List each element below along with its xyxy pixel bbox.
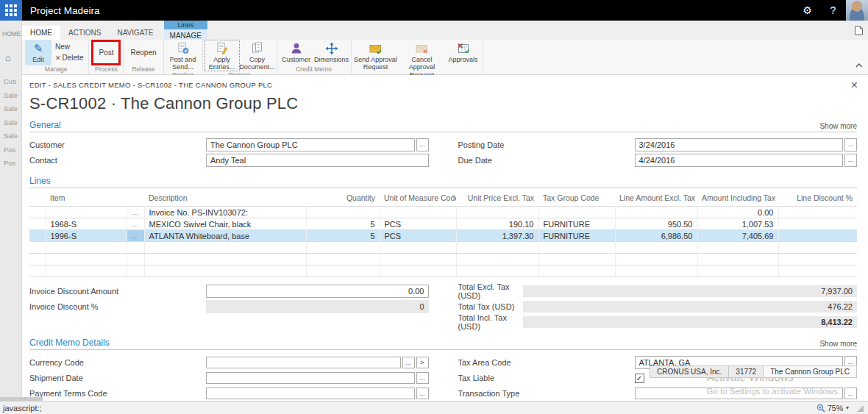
contact-field[interactable]: Andy Teal: [206, 154, 429, 167]
breadcrumb: EDIT - SALES CREDIT MEMO - S-CR1002 - TH…: [29, 81, 857, 89]
due-date-picker-button[interactable]: ...: [844, 154, 857, 167]
row-assist-button[interactable]: ...: [127, 218, 144, 230]
copy-document-icon: [251, 41, 264, 55]
table-row-empty[interactable]: [29, 242, 857, 254]
document-card: EDIT - SALES CREDIT MEMO - S-CR1002 - TH…: [22, 75, 868, 401]
ribbon-group-posting: Post and Send... Posting: [164, 40, 203, 74]
browser-status-bar: javascript:; 75% ▾: [0, 401, 868, 414]
sidebar-item-customers[interactable]: Cus: [0, 75, 21, 89]
customer-button[interactable]: Customer: [279, 40, 314, 65]
sidebar-item-sales-3[interactable]: Sale: [0, 116, 21, 130]
table-row[interactable]: ... Invoice No. PS-INV103072: 0.00: [29, 207, 857, 218]
posting-date-field[interactable]: 3/24/2016: [635, 138, 844, 151]
contextual-tab-lines-manage[interactable]: Lines MANAGE: [164, 21, 207, 40]
company-indicator[interactable]: CRONUS USA, Inc.: [650, 365, 729, 378]
payment-terms-field[interactable]: [206, 388, 415, 399]
group-label-process: Process: [90, 65, 121, 74]
nav-pane-home-tab[interactable]: HOME: [0, 21, 21, 38]
currency-code-lookup-button[interactable]: ...: [402, 357, 415, 368]
currency-code-label: Currency Code: [29, 358, 206, 367]
total-incl-tax-value: 8,413.22: [523, 316, 858, 328]
status-link-text: javascript:;: [3, 404, 42, 413]
notes-page-icon[interactable]: [854, 25, 864, 38]
posting-date-picker-button[interactable]: ...: [844, 138, 857, 151]
collapse-ribbon-chevron-icon[interactable]: [855, 58, 864, 71]
contact-number-indicator[interactable]: 31772: [728, 365, 764, 378]
sidebar-item-sales-1[interactable]: Sale: [0, 89, 21, 103]
new-button[interactable]: New: [55, 41, 83, 52]
row-assist-button[interactable]: ...: [127, 207, 144, 218]
payment-terms-label: Payment Terms Code: [29, 389, 206, 398]
post-and-send-button[interactable]: Post and Send...: [166, 40, 201, 71]
tax-area-label: Tax Area Code: [458, 358, 635, 367]
sidebar-item-sales-2[interactable]: Sale: [0, 102, 21, 116]
tab-home[interactable]: HOME: [22, 26, 60, 40]
sidebar-item-posted-2[interactable]: Pos: [0, 157, 21, 171]
currency-code-field[interactable]: [206, 357, 401, 368]
close-icon[interactable]: ×: [851, 81, 858, 90]
currency-code-drilldown-button[interactable]: >: [416, 357, 429, 368]
top-bar: Project Madeira ⚙ ?: [0, 0, 868, 21]
col-line-discount[interactable]: Line Discount %: [778, 190, 857, 207]
dimensions-button[interactable]: Dimensions: [314, 40, 349, 65]
invoice-discount-amount-field[interactable]: 0.00: [206, 285, 429, 298]
col-quantity[interactable]: Quantity: [306, 190, 380, 207]
tab-navigate[interactable]: NAVIGATE: [109, 26, 161, 40]
payment-terms-lookup-button[interactable]: ...: [416, 388, 429, 399]
shipment-date-field[interactable]: [206, 372, 415, 384]
tax-liable-checkbox[interactable]: ✓: [635, 374, 644, 383]
sidebar-item-sales-4[interactable]: Sale: [0, 129, 21, 143]
due-date-field[interactable]: 4/24/2016: [635, 154, 844, 167]
general-show-more-link[interactable]: Show more: [819, 122, 857, 130]
transaction-type-lookup-button[interactable]: ...: [844, 388, 857, 399]
apply-entries-icon: [216, 41, 229, 55]
contextual-group-lines: Lines: [164, 21, 207, 29]
row-assist-button[interactable]: ...: [127, 230, 144, 242]
col-amount-incl-tax[interactable]: Amount Including Tax: [697, 190, 778, 207]
post-button[interactable]: Post: [93, 42, 118, 63]
delete-button[interactable]: ✕Delete: [55, 52, 83, 64]
user-avatar[interactable]: [846, 0, 868, 21]
ribbon-group-credit-memo: Customer Dimensions Credit Memo: [277, 40, 352, 74]
tab-actions[interactable]: ACTIONS: [60, 26, 109, 40]
total-excl-tax-value: 7,937.00: [523, 285, 858, 297]
total-excl-tax-label: Total Excl. Tax (USD): [458, 282, 523, 300]
settings-gear-icon[interactable]: ⚙: [794, 0, 820, 21]
col-uom[interactable]: Unit of Measure Code: [380, 190, 456, 207]
group-label-credit-memo: Credit Memo: [279, 65, 349, 74]
shipment-date-picker-button[interactable]: ...: [416, 372, 429, 384]
send-approval-request-button[interactable]: Send Approval Request: [353, 40, 399, 79]
home-icon[interactable]: ⌂: [5, 52, 21, 63]
sidebar-item-posted-1[interactable]: Pos: [0, 143, 21, 157]
section-lines[interactable]: Lines: [29, 176, 51, 186]
apply-entries-button[interactable]: Apply Entries...: [204, 40, 240, 71]
customer-name-indicator[interactable]: The Cannon Group PLC: [763, 365, 857, 378]
copy-document-button[interactable]: Copy Document...: [240, 40, 275, 71]
table-row-empty[interactable]: [29, 254, 857, 265]
col-item[interactable]: Item: [46, 190, 127, 207]
invoice-discount-pct-field: 0: [206, 300, 429, 313]
customer-field[interactable]: The Cannon Group PLC: [206, 138, 415, 151]
edit-button[interactable]: ✎ Edit: [25, 40, 51, 65]
customer-lookup-button[interactable]: ...: [416, 138, 429, 151]
credit-memo-details-show-more-link[interactable]: Show more: [819, 340, 857, 348]
app-launcher-icon[interactable]: [0, 0, 22, 21]
table-row-selected[interactable]: 1996-S ... ATLANTA Whiteboard, base 5PCS…: [29, 230, 857, 242]
cancel-approval-request-button[interactable]: Cancel Approval Request: [399, 40, 446, 79]
section-credit-memo-details[interactable]: Credit Memo Details: [29, 338, 110, 348]
col-description[interactable]: Description: [144, 190, 306, 207]
col-unit-price[interactable]: Unit Price Excl. Tax: [456, 190, 538, 207]
section-general[interactable]: General: [29, 120, 61, 130]
page-title: S-CR1002 · The Cannon Group PLC: [29, 94, 857, 113]
col-line-amount[interactable]: Line Amount Excl. Tax: [615, 190, 697, 207]
resize-grip[interactable]: [856, 404, 864, 412]
table-row-empty[interactable]: [29, 265, 857, 277]
app-title: Project Madeira: [30, 5, 100, 16]
table-row[interactable]: 1968-S ... MEXICO Swivel Chair, black 5P…: [29, 218, 857, 230]
col-tax-group[interactable]: Tax Group Code: [538, 190, 615, 207]
approvals-button[interactable]: Approvals: [446, 40, 481, 79]
reopen-button[interactable]: Reopen: [125, 40, 161, 65]
zoom-dropdown-icon[interactable]: ▾: [846, 404, 849, 411]
zoom-control[interactable]: 75% ▾: [817, 404, 856, 413]
help-icon[interactable]: ?: [820, 0, 846, 21]
